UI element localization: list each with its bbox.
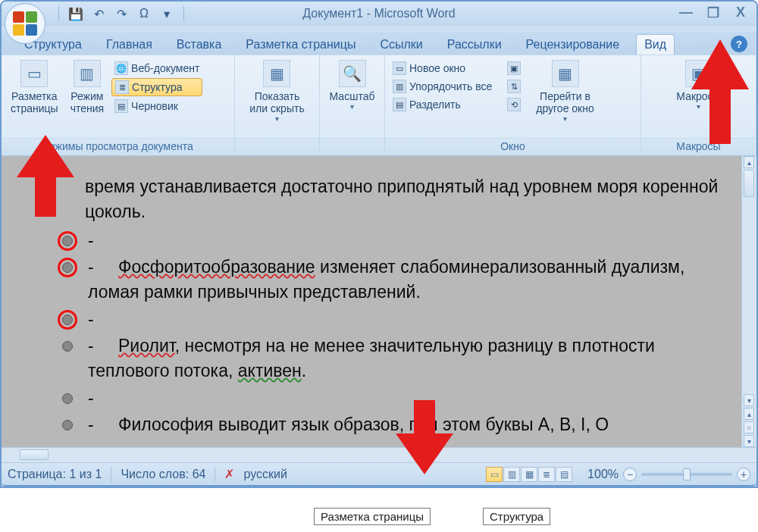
split-button[interactable]: ▤Разделить xyxy=(390,96,495,113)
tab-view[interactable]: Вид xyxy=(636,34,675,55)
document-area[interactable]: время устанавливается достаточно приподн… xyxy=(2,156,756,447)
windows-icon: ▦ xyxy=(552,60,579,87)
tab-home[interactable]: Главная xyxy=(99,35,160,55)
outline-text: - xyxy=(88,386,734,411)
redo-icon[interactable]: ↷ xyxy=(113,5,130,22)
hscroll-thumb[interactable] xyxy=(20,449,49,460)
sync-scroll-button[interactable]: ⇅ xyxy=(504,78,524,95)
prev-page-icon[interactable]: ▴ xyxy=(744,408,754,420)
outline-bullet[interactable] xyxy=(62,315,73,325)
outline-row: - xyxy=(85,386,734,411)
reading-layout-shortcut[interactable]: ▥ xyxy=(503,467,520,482)
undo-icon[interactable]: ↶ xyxy=(90,5,107,22)
reading-layout-button[interactable]: ▥ Режим чтения xyxy=(66,58,108,116)
close-button[interactable]: X xyxy=(731,5,750,21)
outline-bullet[interactable] xyxy=(62,341,73,352)
tab-page-layout[interactable]: Разметка страницы xyxy=(238,35,363,55)
scroll-thumb[interactable] xyxy=(744,170,754,197)
outline-bullet[interactable] xyxy=(62,262,73,273)
window-title: Документ1 - Microsoft Word xyxy=(302,7,455,20)
horizontal-scrollbar[interactable] xyxy=(2,447,756,462)
tab-review[interactable]: Рецензирование xyxy=(518,35,628,55)
word-count[interactable]: Число слов: 64 xyxy=(121,468,205,481)
magnifier-icon: 🔍 xyxy=(339,60,366,87)
ruler-icon: ▦ xyxy=(263,60,290,87)
zoom-knob[interactable] xyxy=(683,468,691,480)
tooltip-print-layout: Разметка страницы xyxy=(314,508,431,525)
outline-text: -Риолит, несмотря на не менее значительн… xyxy=(88,333,734,384)
outline-bullet[interactable] xyxy=(62,393,73,404)
page-icon: ▭ xyxy=(20,60,48,87)
arrange-all-button[interactable]: ▥Упорядочить все xyxy=(390,78,495,95)
help-icon[interactable]: ? xyxy=(731,36,747,52)
vertical-scrollbar[interactable]: ▴ ▾ ▴ ○ ▾ xyxy=(741,156,756,447)
outline-row: -Фосфоритообразование изменяет слабомине… xyxy=(85,255,734,305)
view-shortcuts: ▭ ▥ ▦ ≣ ▤ xyxy=(486,467,572,482)
macros-button[interactable]: ▣ Макросы ▾ xyxy=(672,58,725,113)
draft-view-button[interactable]: ▤Черновик xyxy=(111,98,202,114)
scroll-up-icon[interactable]: ▴ xyxy=(744,156,754,168)
save-icon[interactable]: 💾 xyxy=(67,5,84,22)
ribbon-tabs: Структура Главная Вставка Разметка стран… xyxy=(2,32,756,55)
outline-text: - xyxy=(88,307,734,332)
zoom-out-icon[interactable]: − xyxy=(623,468,637,481)
arrange-icon: ▥ xyxy=(393,80,406,93)
titlebar: 💾 ↶ ↷ Ω ▾ Документ1 - Microsoft Word — ❐… xyxy=(2,2,756,26)
outline-text: -Философия выводит язык образов, при это… xyxy=(88,412,734,437)
ribbon: ▭ Разметка страницы ▥ Режим чтения 🌐Веб-… xyxy=(2,55,756,156)
draft-shortcut[interactable]: ▤ xyxy=(556,467,572,482)
outline-icon: ≣ xyxy=(115,80,129,94)
side-by-side-button[interactable]: ▣ xyxy=(504,60,524,77)
print-layout-button[interactable]: ▭ Разметка страницы xyxy=(6,58,63,116)
status-bar: Страница: 1 из 1 Число слов: 64 ✗ русски… xyxy=(2,462,756,487)
switch-windows-button[interactable]: ▦ Перейти в другое окно ▾ xyxy=(531,58,599,125)
browse-object-icon[interactable]: ○ xyxy=(744,421,754,433)
scroll-down-icon[interactable]: ▾ xyxy=(744,394,754,406)
tooltip-outline: Структура xyxy=(483,508,550,525)
proofing-icon[interactable]: ✗ xyxy=(224,467,234,481)
body-text: время устанавливается достаточно приподн… xyxy=(85,174,734,225)
qat-dropdown-icon[interactable]: ▾ xyxy=(158,5,175,22)
outline-row: -Философия выводит язык образов, при это… xyxy=(85,412,734,437)
tab-insert[interactable]: Вставка xyxy=(169,35,229,55)
sync-icon: ⇅ xyxy=(507,80,521,93)
zoom-level[interactable]: 100% xyxy=(587,468,619,481)
symbol-icon[interactable]: Ω xyxy=(136,5,152,22)
next-page-icon[interactable]: ▾ xyxy=(744,435,754,447)
split-icon: ▤ xyxy=(393,98,406,111)
outline-row: - xyxy=(85,307,734,332)
window-new-icon: ▭ xyxy=(393,61,406,75)
draft-icon: ▤ xyxy=(114,99,128,113)
outline-row: - xyxy=(85,228,734,253)
zoom-slider[interactable] xyxy=(641,473,732,476)
web-layout-shortcut[interactable]: ▦ xyxy=(521,467,537,482)
group-macros-label: Макросы xyxy=(641,138,756,155)
show-hide-button[interactable]: ▦ Показать или скрыть ▾ xyxy=(245,58,309,125)
new-window-button[interactable]: ▭Новое окно xyxy=(390,60,495,77)
reset-icon: ⟲ xyxy=(507,98,521,111)
page-indicator[interactable]: Страница: 1 из 1 xyxy=(8,468,102,481)
language-indicator[interactable]: русский xyxy=(243,468,287,481)
outline-text: - xyxy=(88,228,734,253)
book-icon: ▥ xyxy=(74,60,101,87)
web-layout-button[interactable]: 🌐Веб-документ xyxy=(111,60,202,77)
reset-position-button[interactable]: ⟲ xyxy=(504,96,524,113)
zoom-in-icon[interactable]: + xyxy=(737,468,750,481)
outline-bullet[interactable] xyxy=(62,420,73,430)
quick-access-toolbar: 💾 ↶ ↷ Ω ▾ xyxy=(56,5,186,22)
zoom-button[interactable]: 🔍 Масштаб ▾ xyxy=(325,58,380,113)
minimize-button[interactable]: — xyxy=(676,5,696,21)
office-button[interactable] xyxy=(5,3,45,44)
group-views-label: Режимы просмотра документа xyxy=(2,138,234,155)
print-layout-shortcut[interactable]: ▭ xyxy=(486,467,503,482)
tab-mailings[interactable]: Рассылки xyxy=(440,35,509,55)
outline-shortcut[interactable]: ≣ xyxy=(538,467,555,482)
maximize-button[interactable]: ❐ xyxy=(703,5,723,21)
outline-view-button[interactable]: ≣Структура xyxy=(111,78,202,96)
outline-text: -Фосфоритообразование изменяет слабомине… xyxy=(88,255,734,305)
globe-icon: 🌐 xyxy=(114,61,128,75)
macros-icon: ▣ xyxy=(685,60,713,87)
tab-references[interactable]: Ссылки xyxy=(372,35,430,55)
outline-bullet[interactable] xyxy=(62,236,73,246)
window-controls: — ❐ X xyxy=(676,5,750,21)
